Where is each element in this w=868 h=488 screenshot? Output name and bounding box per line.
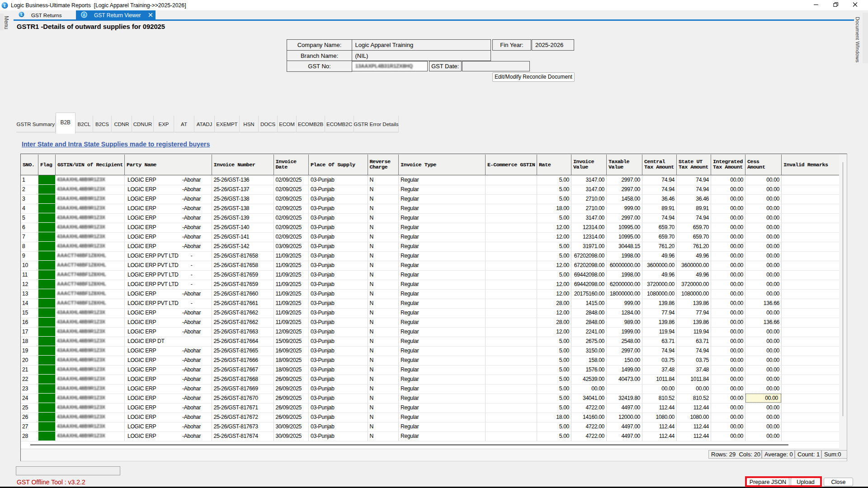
svg-text:L: L <box>3 3 6 8</box>
svg-text:L: L <box>20 12 23 17</box>
svg-text:L: L <box>83 13 86 17</box>
